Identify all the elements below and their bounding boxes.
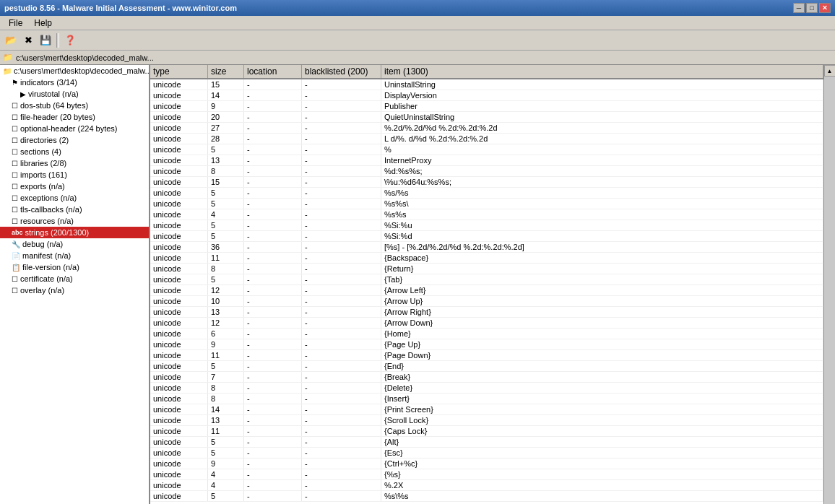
toolbar: 📂 ✖ 💾 ❓	[0, 30, 835, 51]
table-row[interactable]: unicode5--{Esc}	[150, 448, 823, 459]
table-cell: -	[302, 383, 381, 393]
titlebar-controls: ─ □ ✕	[793, 3, 831, 13]
col-item: item (1300)	[381, 65, 823, 78]
table-cell: {Page Up}	[381, 339, 823, 349]
tree-item-virustotal[interactable]: ▶virustotal (n/a)	[0, 88, 149, 100]
table-row[interactable]: unicode13--{Scroll Lock}	[150, 415, 823, 426]
table-row[interactable]: unicode12--{Arrow Down}	[150, 318, 823, 329]
table-row[interactable]: unicode11--{Backspace}	[150, 253, 823, 264]
table-cell: -	[302, 79, 381, 90]
table-cell: \%u:%d64u:%s%s;	[381, 177, 823, 187]
tree-item-overlay[interactable]: ☐overlay (n/a)	[0, 284, 149, 296]
tree-item-certificate[interactable]: ☐certificate (n/a)	[0, 273, 149, 284]
table-row[interactable]: unicode15--\%u:%d64u:%s%s;	[150, 177, 823, 188]
tree-item-optional-header[interactable]: ☐optional-header (224 bytes)	[0, 123, 149, 134]
table-row[interactable]: unicode8--{Return}	[150, 264, 823, 274]
tree-item-libraries[interactable]: ☐libraries (2/8)	[0, 157, 149, 169]
table-row[interactable]: unicode5--%Si:%d	[150, 231, 823, 242]
tree-item-file-header[interactable]: ☐file-header (20 bytes)	[0, 111, 149, 123]
tree-item-exports[interactable]: ☐exports (n/a)	[0, 181, 149, 192]
table-cell: 5	[208, 274, 244, 284]
table-row[interactable]: unicode9--{Ctrl+%c}	[150, 459, 823, 469]
table-row[interactable]: unicode9--Publisher	[150, 101, 823, 112]
tree-label-directories: directories (2)	[20, 136, 69, 144]
table-row[interactable]: unicode36--[%s] - [%.2d/%.2d/%d %.2d:%.2…	[150, 242, 823, 253]
tree-item-resources[interactable]: ☐resources (n/a)	[0, 215, 149, 227]
tree-label-manifest: manifest (n/a)	[22, 251, 71, 260]
table-row[interactable]: unicode12--{Arrow Left}	[150, 285, 823, 296]
table-row[interactable]: unicode5--%s/%s	[150, 188, 823, 199]
menu-file[interactable]: File	[3, 17, 28, 30]
table-row[interactable]: unicode20--QuietUninstallString	[150, 112, 823, 123]
tree-item-manifest[interactable]: 📄manifest (n/a)	[0, 250, 149, 261]
table-row[interactable]: unicode5--{Tab}	[150, 274, 823, 285]
table-cell: -	[244, 426, 302, 436]
close-button[interactable]: ✕	[819, 3, 831, 13]
table-row[interactable]: unicode7--{Break}	[150, 372, 823, 383]
table-row[interactable]: unicode4--%s%s	[150, 209, 823, 220]
table-cell: unicode	[150, 101, 208, 111]
table-cell: L d/%. d/%d %.2d:%.2d:%.2d	[381, 134, 823, 144]
table-cell: %s%s	[381, 209, 823, 220]
table-row[interactable]: unicode8--{Insert}	[150, 394, 823, 404]
toolbar-help-button[interactable]: ❓	[62, 32, 78, 48]
table-row[interactable]: unicode5--%s\%s	[150, 491, 823, 502]
table-cell: %Si:%u	[381, 220, 823, 230]
toolbar-save-button[interactable]: ✖	[20, 32, 36, 48]
table-row[interactable]: unicode10--{Arrow Up}	[150, 296, 823, 307]
table-row[interactable]: unicode5--%Si:%u	[150, 220, 823, 231]
tree-item-indicators[interactable]: ⚑indicators (3/14)	[0, 77, 149, 88]
table-row[interactable]: unicode5--{End}	[150, 361, 823, 372]
tree-icon-root: 📁	[3, 67, 12, 75]
tree-item-exceptions[interactable]: ☐exceptions (n/a)	[0, 192, 149, 204]
table-cell: 5	[208, 437, 244, 447]
table-cell: -	[244, 296, 302, 306]
table-row[interactable]: unicode13--InternetProxy	[150, 155, 823, 166]
tree-item-imports[interactable]: ☐imports (161)	[0, 169, 149, 181]
table-cell: 13	[208, 307, 244, 317]
menu-help[interactable]: Help	[28, 17, 58, 30]
table-row[interactable]: unicode11--{Page Down}	[150, 350, 823, 361]
tree-item-dos-stub[interactable]: ☐dos-stub (64 bytes)	[0, 100, 149, 111]
table-cell: -	[302, 394, 381, 404]
tree-item-debug[interactable]: 🔧debug (n/a)	[0, 238, 149, 250]
tree-icon-sections: ☐	[12, 148, 18, 156]
tree-item-file-version[interactable]: 📋file-version (n/a)	[0, 261, 149, 273]
table-row[interactable]: unicode5--%s%s\	[150, 199, 823, 209]
scroll-track[interactable]	[824, 77, 836, 504]
tree-item-directories[interactable]: ☐directories (2)	[0, 134, 149, 146]
table-cell: 10	[208, 296, 244, 306]
table-row[interactable]: unicode15--UninstallString	[150, 79, 823, 90]
table-row[interactable]: unicode6--{Home}	[150, 329, 823, 339]
tree-item-root[interactable]: 📁c:\users\mert\desktop\decoded_malw...	[0, 65, 149, 77]
table-row[interactable]: unicode8--{Delete}	[150, 383, 823, 394]
table-row[interactable]: unicode11--{Caps Lock}	[150, 426, 823, 437]
table-row[interactable]: unicode8--%d:%s%s;	[150, 166, 823, 177]
table-cell: -	[302, 134, 381, 144]
table-row[interactable]: unicode9--{Page Up}	[150, 339, 823, 350]
table-row[interactable]: unicode13--{Arrow Right}	[150, 307, 823, 318]
table-row[interactable]: unicode28--L d/%. d/%d %.2d:%.2d:%.2d	[150, 134, 823, 144]
toolbar-open-button[interactable]: 📂	[3, 32, 19, 48]
tree-item-strings[interactable]: abcstrings (200/1300)	[0, 227, 149, 238]
table-row[interactable]: unicode14--DisplayVersion	[150, 90, 823, 101]
table-cell: %s%s\	[381, 199, 823, 209]
table-cell: {Insert}	[381, 394, 823, 404]
maximize-button[interactable]: □	[806, 3, 818, 13]
minimize-button[interactable]: ─	[793, 3, 805, 13]
table-cell: -	[302, 361, 381, 371]
table-row[interactable]: unicode4--%.2X	[150, 480, 823, 491]
scroll-up-button[interactable]: ▲	[824, 65, 836, 77]
table-row[interactable]: unicode5-- %	[150, 144, 823, 155]
table-row[interactable]: unicode14--{Print Screen}	[150, 404, 823, 415]
vertical-scrollbar[interactable]: ▲ ▼	[823, 65, 835, 504]
table-row[interactable]: unicode5--{Alt}	[150, 437, 823, 448]
path-bar: 📁 c:\users\mert\desktop\decoded_malw...	[0, 51, 835, 65]
table-cell: -	[244, 90, 302, 100]
tree-item-tls-callbacks[interactable]: ☐tls-callbacks (n/a)	[0, 204, 149, 215]
table-row[interactable]: unicode27--%.2d/%.2d/%d %.2d:%.2d:%.2d	[150, 123, 823, 134]
table-row[interactable]: unicode4--{%s}	[150, 469, 823, 480]
toolbar-export-button[interactable]: 💾	[38, 32, 53, 48]
tree-item-sections[interactable]: ☐sections (4)	[0, 146, 149, 157]
tree-icon-file-version: 📋	[12, 264, 20, 271]
